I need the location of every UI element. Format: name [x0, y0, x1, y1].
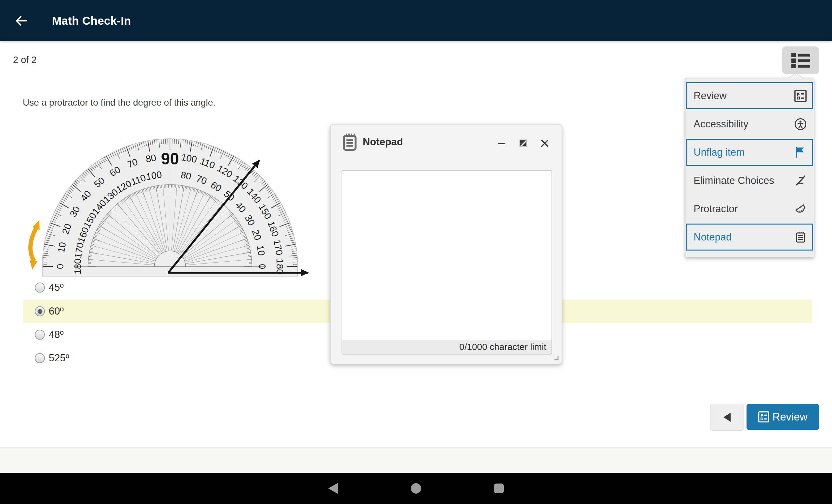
svg-text:90: 90	[161, 150, 179, 168]
bottom-strip	[0, 448, 832, 473]
svg-text:80: 80	[145, 152, 157, 164]
dialog-title: Notepad	[363, 136, 403, 148]
android-nav-bar	[0, 473, 832, 504]
protractor-icon	[794, 203, 807, 215]
resize-handle[interactable]	[552, 354, 559, 361]
rotation-arrow-icon	[28, 219, 43, 270]
arrow-left-icon	[15, 14, 28, 28]
list-icon	[790, 51, 811, 70]
accessibility-icon	[794, 117, 807, 131]
notepad-textarea[interactable]	[342, 170, 551, 340]
menu-item-notepad[interactable]: Notepad	[686, 223, 813, 250]
menu-item-unflag[interactable]: Unflag item	[686, 139, 813, 166]
question-text: Use a protractor to find the degree of t…	[23, 98, 215, 108]
svg-text:10: 10	[56, 241, 68, 254]
notepad-icon	[342, 133, 357, 151]
menu-item-label: Review	[694, 90, 794, 102]
recents-square-icon[interactable]	[494, 483, 504, 493]
menu-item-eliminate-choices[interactable]: Eliminate Choices Z	[686, 167, 813, 194]
screen: Math Check-In 2 of 2 Use a protractor to…	[0, 0, 832, 504]
option-label: 48º	[49, 329, 64, 341]
flag-icon	[794, 146, 807, 159]
menu-item-accessibility[interactable]: Accessibility	[686, 110, 813, 137]
svg-text:0: 0	[55, 264, 65, 269]
svg-text:180: 180	[73, 259, 83, 274]
menu-item-review[interactable]: Review	[686, 82, 813, 109]
minimize-button[interactable]	[496, 137, 508, 149]
menu-item-label: Notepad	[694, 231, 794, 243]
option-label: 45º	[49, 282, 64, 293]
review-button[interactable]: Review	[747, 404, 819, 430]
close-button[interactable]	[539, 137, 550, 149]
review-icon	[794, 89, 807, 102]
menu-item-protractor[interactable]: Protractor	[686, 195, 813, 222]
protractor-figure: 0102030405060708090100110120130140150160…	[20, 130, 318, 283]
radio-button[interactable]	[35, 330, 45, 340]
option-label: 60º	[49, 306, 64, 317]
menu-item-label: Unflag item	[694, 147, 794, 158]
page-title: Math Check-In	[52, 14, 131, 27]
eliminate-choices-icon: Z	[794, 174, 807, 187]
svg-text:0: 0	[257, 264, 267, 269]
notepad-icon	[794, 231, 807, 244]
home-circle-icon[interactable]	[411, 483, 421, 494]
notepad-dialog: Notepad 0/1000 character limit	[330, 124, 562, 364]
back-triangle-icon[interactable]	[328, 483, 338, 494]
radio-button[interactable]	[35, 283, 45, 293]
notepad-text-area-box: 0/1000 character limit	[342, 170, 552, 354]
tools-menu-button[interactable]	[782, 47, 819, 74]
radio-button[interactable]	[35, 353, 45, 363]
svg-text:80: 80	[180, 169, 192, 182]
progress-indicator: 2 of 2	[13, 55, 37, 65]
back-button[interactable]	[14, 14, 29, 28]
char-counter-bar: 0/1000 character limit	[342, 340, 551, 354]
radio-button[interactable]	[35, 307, 45, 317]
tools-menu: Review Accessibility	[685, 78, 814, 257]
triangle-left-icon	[723, 412, 731, 422]
char-counter: 0/1000 character limit	[459, 342, 546, 352]
review-button-label: Review	[772, 411, 807, 423]
menu-item-label: Protractor	[694, 203, 794, 215]
menu-item-label: Eliminate Choices	[694, 175, 794, 187]
menu-item-label: Accessibility	[694, 118, 794, 130]
previous-question-button[interactable]	[710, 404, 744, 430]
maximize-button[interactable]	[517, 137, 529, 149]
protractor-image: 0102030405060708090100110120130140150160…	[42, 139, 298, 276]
svg-text:10: 10	[255, 244, 267, 256]
review-icon	[758, 411, 770, 423]
minimize-icon	[497, 139, 506, 148]
option-label: 525º	[49, 352, 69, 364]
menu-caret	[787, 73, 804, 79]
app-bar: Math Check-In	[0, 0, 832, 41]
close-icon	[540, 139, 549, 148]
restore-icon	[519, 139, 528, 148]
